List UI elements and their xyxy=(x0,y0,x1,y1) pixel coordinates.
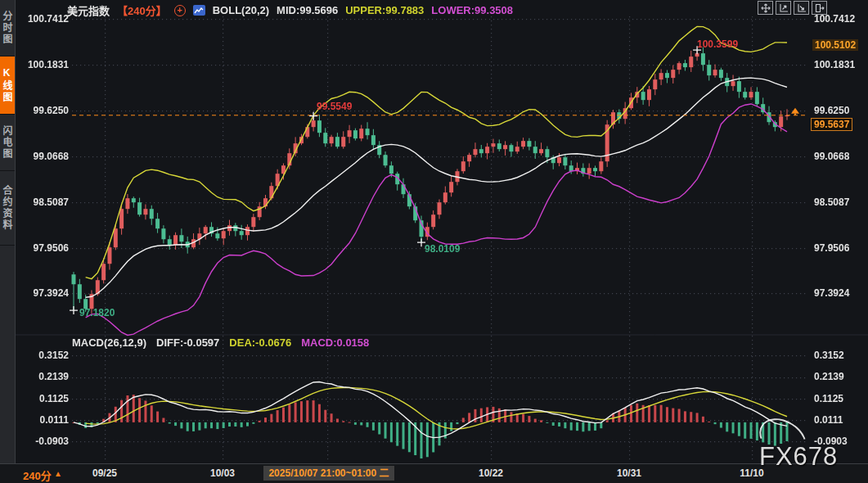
time-axis-bar: 240分 ▲ 09/25 10/03 2025/10/07 21:00~01:0… xyxy=(0,463,868,483)
add-indicator-icon[interactable]: + xyxy=(174,5,186,16)
price-tick-left: 98.5087 xyxy=(16,196,69,208)
macd-macd: MACD:0.0158 xyxy=(301,336,369,349)
price-tick-left: 99.6250 xyxy=(16,105,69,116)
period-high-annotation: 100.3599 xyxy=(697,38,738,50)
date-tick: 10/22 xyxy=(479,467,503,479)
chart-canvas[interactable] xyxy=(0,0,868,483)
zoom-axis-out-button[interactable] xyxy=(794,1,809,15)
macd-dea: DEA:-0.0676 xyxy=(229,336,291,349)
price-tick-left: 99.0668 xyxy=(16,151,69,162)
macd-tick-right: 0.3152 xyxy=(814,350,844,361)
date-tick: 09/25 xyxy=(92,467,117,479)
crosshair-date-readout: 2025/10/07 21:00~01:00 二 xyxy=(263,466,394,481)
price-tick-left: 97.9506 xyxy=(16,242,69,254)
sidebar-item-time-chart[interactable]: 分时图 xyxy=(0,0,15,56)
boll-lower: LOWER:99.3508 xyxy=(431,4,513,16)
price-tick-right: 100.1831 xyxy=(814,59,855,70)
macd-tick-left: 0.2139 xyxy=(16,371,69,382)
price-tick-right: 99.0668 xyxy=(814,151,849,162)
period-high-label: 100.5102 xyxy=(812,39,858,51)
macd-tick-right: 0.2139 xyxy=(814,371,844,382)
interval-label[interactable]: 【240分】 xyxy=(117,2,167,18)
sidebar-item-lightning-chart[interactable]: 闪电图 xyxy=(0,115,15,171)
macd-legend: MACD(26,12,9) DIFF:-0.0597 DEA:-0.0676 M… xyxy=(72,336,369,349)
interval-arrow-icon[interactable]: ▲ xyxy=(54,469,62,478)
chart-legend: 美元指数 【240分】 + BOLL(20,2) MID:99.5696 UPP… xyxy=(67,2,513,18)
price-tick-right: 97.9506 xyxy=(814,242,849,254)
price-tick-left: 100.1831 xyxy=(16,59,69,70)
boll-label: BOLL(20,2) xyxy=(213,4,269,16)
interval-selector[interactable]: 240分 xyxy=(23,467,52,483)
macd-tick-right: 0.0111 xyxy=(814,414,843,426)
price-tick-right: 100.7412 xyxy=(814,13,855,25)
swing-low-annotation: 98.0109 xyxy=(425,243,460,255)
zoom-axis-in-button[interactable] xyxy=(776,1,791,15)
macd-tick-left: 0.0111 xyxy=(16,414,69,426)
period-low-annotation: 97.1820 xyxy=(79,307,115,318)
macd-name: MACD(26,12,9) xyxy=(72,336,146,349)
chart-type-sidebar: 分时图 K线图 闪电图 合约资料 xyxy=(0,0,16,463)
macd-diff: DIFF:-0.0597 xyxy=(156,336,219,349)
macd-tick-left: 0.1125 xyxy=(16,393,69,404)
date-tick: 10/03 xyxy=(210,467,235,479)
sidebar-item-kline-chart[interactable]: K线图 xyxy=(0,56,15,115)
price-tick-left: 100.7412 xyxy=(16,13,69,25)
swing-high-annotation: 99.5549 xyxy=(317,101,352,112)
price-tick-left: 97.3924 xyxy=(16,287,69,299)
boll-upper: UPPER:99.7883 xyxy=(345,4,424,16)
symbol-name: 美元指数 xyxy=(67,2,110,18)
crosshair-move-button[interactable] xyxy=(758,1,773,15)
price-tick-right: 97.3924 xyxy=(814,287,849,299)
date-tick: 10/31 xyxy=(617,467,641,479)
macd-tick-right: 0.1125 xyxy=(814,393,843,404)
watermark-logo: FX678 xyxy=(759,442,838,472)
boll-mid: MID:99.5696 xyxy=(277,4,338,16)
price-tick-right: 98.5087 xyxy=(814,196,849,208)
current-price-label: 99.5637 xyxy=(811,118,852,131)
sidebar-item-contract-info[interactable]: 合约资料 xyxy=(0,171,15,246)
chart-style-icon[interactable] xyxy=(193,5,205,16)
price-tick-right: 99.6250 xyxy=(814,105,849,116)
macd-tick-left: 0.3152 xyxy=(16,350,69,361)
macd-tick-left: -0.0903 xyxy=(16,436,69,447)
